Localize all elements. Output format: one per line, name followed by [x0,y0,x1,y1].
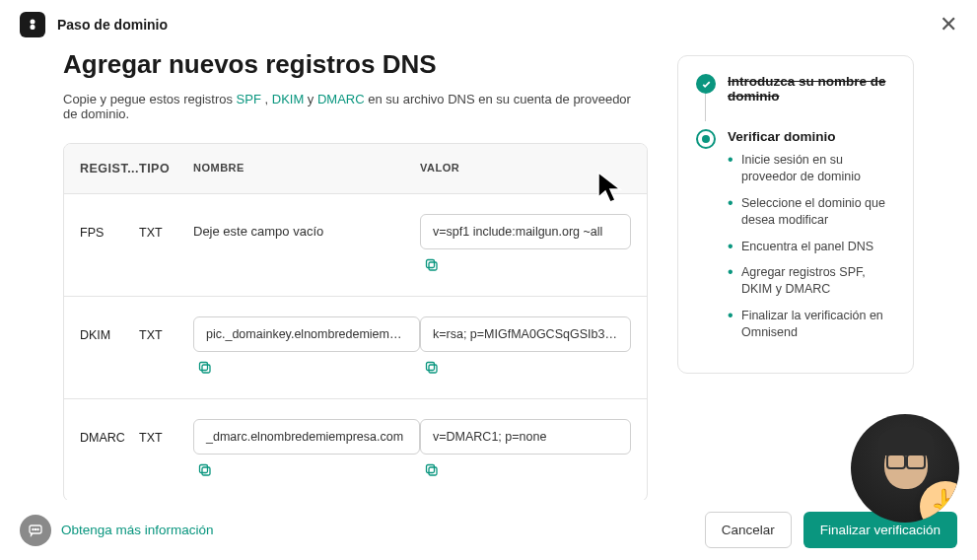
copy-icon[interactable] [424,462,440,478]
page-subtitle: Copie y pegue estos registros SPF , DKIM… [63,92,648,121]
svg-point-13 [33,528,34,529]
steps-card: Introduzca su nombre de dominio Verifica… [677,55,914,374]
name-field[interactable]: _dmarc.elnombredemiempresa.com [193,419,420,455]
col-header-reg: REGIST... [80,162,139,175]
value-field[interactable]: v=DMARC1; p=none [420,419,631,455]
svg-rect-1 [31,25,35,30]
chat-icon[interactable] [20,515,51,546]
col-header-tipo: TIPO [139,162,193,175]
col-header-valor: VALOR [420,162,631,175]
table-row: FPS TXT Deje este campo vacío v=spf1 inc… [64,194,647,297]
copy-icon[interactable] [197,462,213,478]
step-title-active: Verificar dominio [728,129,895,144]
svg-rect-11 [427,465,435,473]
svg-rect-10 [429,467,437,475]
name-field[interactable]: pic._domainkey.elnombredemiempresa [193,316,420,352]
page-breadcrumb: Paso de dominio [57,17,168,33]
app-logo [20,12,45,37]
table-row: DMARC TXT _dmarc.elnombredemiempresa.com… [64,399,647,501]
svg-rect-5 [200,363,208,371]
finish-verification-button[interactable]: Finalizar verificación [803,512,957,548]
checkmark-icon [696,74,716,94]
dkim-link[interactable]: DKIM [272,92,305,106]
step-title-completed: Introduzca su nombre de dominio [728,74,895,104]
step-list-item: Encuentra el panel DNS [728,239,895,255]
value-field[interactable]: v=spf1 include:mailgun.org ~all [420,214,631,249]
copy-icon[interactable] [424,257,440,273]
svg-rect-2 [429,262,437,270]
step-list-item: Agregar registros SPF, DKIM y DMARC [728,264,895,298]
close-icon[interactable]: ✕ [940,12,957,37]
svg-rect-7 [427,363,435,371]
page-title: Agregar nuevos registros DNS [63,49,648,80]
value-field[interactable]: k=rsa; p=MIGfMA0GCSqGSIb3DQEBA [420,316,631,352]
svg-rect-4 [202,365,210,373]
svg-point-14 [35,528,35,529]
copy-icon[interactable] [424,360,440,376]
svg-point-0 [31,20,35,25]
step-list-item: Inicie sesión en su proveedor de dominio [728,152,895,185]
svg-rect-3 [427,260,435,268]
table-row: DKIM TXT pic._domainkey.elnombredemiempr… [64,297,647,399]
svg-rect-9 [200,465,208,473]
svg-rect-8 [202,467,210,475]
presenter-avatar [851,414,959,523]
dns-records-table: REGIST... TIPO NOMBRE VALOR FPS TXT Deje… [63,143,648,502]
col-header-nombre: NOMBRE [193,162,420,175]
svg-point-15 [37,528,38,529]
cancel-button[interactable]: Cancelar [705,512,792,548]
dmarc-link[interactable]: DMARC [317,92,365,106]
copy-icon[interactable] [197,360,213,376]
step-list-item: Seleccione el dominio que desea modifica… [728,195,895,229]
svg-rect-6 [429,365,437,373]
step-list-item: Finalizar la verificación en Omnisend [728,308,895,341]
more-info-link[interactable]: Obtenga más información [61,523,214,537]
active-step-icon [696,129,716,149]
spf-link[interactable]: SPF [237,92,261,106]
